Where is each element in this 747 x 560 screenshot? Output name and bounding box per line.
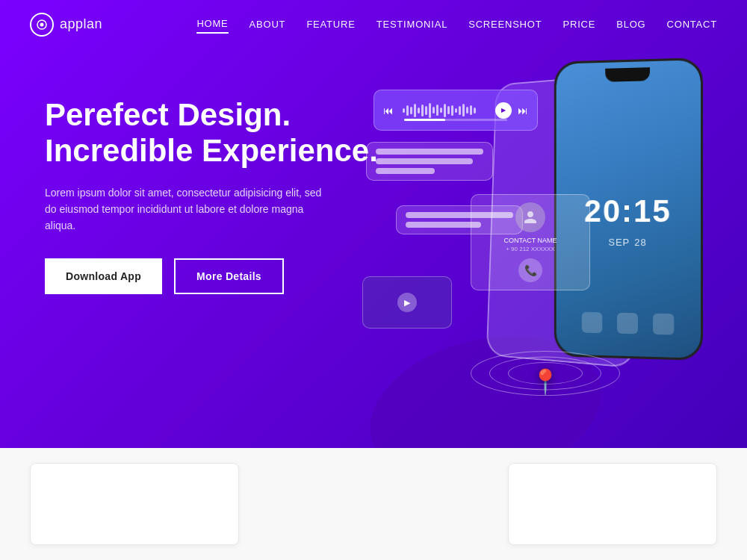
contact-name: CONTACT NAME [503,237,557,244]
logo-icon [30,13,54,37]
nav-blog[interactable]: BLOG [616,16,645,33]
svg-point-1 [40,22,44,26]
hero-title-line2: Incredible Experience. [45,133,378,168]
nav-testimonial[interactable]: TESTIMONIAL [376,16,447,33]
location-container: 📍 [471,329,620,418]
hero-visual: ⏮ [351,45,725,448]
hero-section: applan HOME ABOUT FEATURE TESTIMONIAL SC… [0,0,747,448]
hero-content: Perefect Design. Incredible Experience. … [45,97,378,294]
feature-card-1 [30,463,239,545]
location-rings-wrapper: 📍 [471,329,620,418]
more-details-button[interactable]: More Details [174,258,284,294]
hero-title-line1: Perefect Design. [45,97,291,132]
contact-phone-number: + 90 212 XXXXXX [506,246,555,252]
features-section [0,448,747,560]
play-button[interactable]: ▶ [495,102,512,119]
location-pin-icon: 📍 [530,367,560,396]
phone-icon-3 [653,314,674,335]
contact-avatar [515,202,545,232]
phone-icon-2 [617,313,638,335]
phone-date-month: SEP [608,236,630,247]
next-icon: ⏭ [518,105,528,116]
phone-date-day: 28 [634,237,646,248]
nav-home[interactable]: HOME [196,15,228,34]
main-nav: HOME ABOUT FEATURE TESTIMONIAL SCREENSHO… [196,15,717,34]
logo-text: applan [60,16,102,32]
nav-price[interactable]: PRICE [562,16,595,33]
nav-about[interactable]: ABOUT [249,16,286,33]
call-button[interactable]: 📞 [518,258,542,282]
nav-screenshot[interactable]: SCREENSHOT [468,16,542,33]
download-app-button[interactable]: Download App [45,258,162,294]
nav-feature[interactable]: FEATURE [306,16,355,33]
phone-time: 20:15 [584,193,672,228]
prev-icon: ⏮ [383,105,394,116]
site-header: applan HOME ABOUT FEATURE TESTIMONIAL SC… [0,0,747,49]
chat-card-1 [366,142,493,181]
music-player-card: ⏮ [374,90,538,131]
nav-contact[interactable]: CONTACT [667,16,717,33]
video-play-button[interactable]: ▶ [397,293,417,312]
audio-waveform [403,103,489,118]
logo[interactable]: applan [30,13,102,37]
feature-card-2 [508,463,717,545]
phone-notch [605,67,650,82]
hero-description: Lorem ipsum dolor sit amet, consectetur … [45,184,329,234]
hero-buttons: Download App More Details [45,258,378,294]
contact-card: CONTACT NAME + 90 212 XXXXXX 📞 [471,194,590,290]
hero-title: Perefect Design. Incredible Experience. [45,97,378,169]
